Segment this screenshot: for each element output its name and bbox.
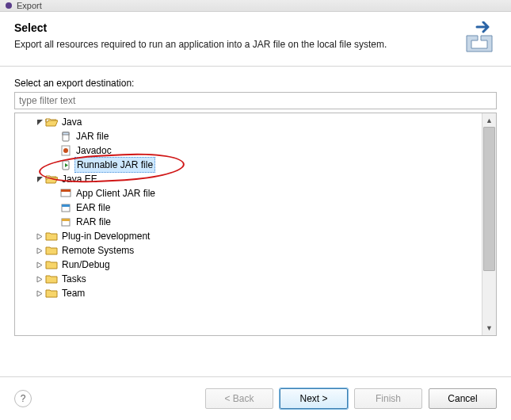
eclipse-icon <box>5 2 13 10</box>
cancel-button[interactable]: Cancel <box>429 388 497 409</box>
tree-item[interactable]: Run/Debug <box>15 258 482 272</box>
tree-item[interactable]: Java EE <box>15 172 482 186</box>
tree-item-label: App Client JAR file <box>74 186 157 200</box>
tree-item[interactable]: Runnable JAR file <box>15 158 482 172</box>
page-description: Export all resources required to run an … <box>14 39 454 50</box>
folder-icon <box>45 273 58 285</box>
svg-marker-15 <box>37 234 42 239</box>
back-button[interactable]: < Back <box>205 388 273 409</box>
tree-item[interactable]: Team <box>15 286 482 300</box>
svg-rect-10 <box>61 189 71 192</box>
scrollbar[interactable]: ▲ ▼ <box>482 113 496 335</box>
folder-icon <box>45 244 58 257</box>
tree-item[interactable]: EAR file <box>15 200 482 215</box>
expand-icon[interactable] <box>34 233 45 240</box>
scroll-up-icon[interactable]: ▲ <box>483 114 495 126</box>
tree-item[interactable]: Tasks <box>15 272 482 286</box>
finish-button[interactable]: Finish <box>354 388 422 409</box>
expand-icon[interactable] <box>34 276 45 283</box>
button-bar: ? < Back Next > Finish Cancel <box>0 376 511 420</box>
rar-icon <box>59 216 72 228</box>
tree-item[interactable]: Javadoc <box>15 143 482 158</box>
page-title: Select <box>14 21 454 34</box>
wizard-header: Select Export all resources required to … <box>0 12 511 67</box>
expand-icon[interactable] <box>34 262 45 269</box>
tree-item-label: Java <box>60 115 83 129</box>
help-button[interactable]: ? <box>14 390 32 407</box>
svg-marker-16 <box>37 248 42 254</box>
svg-rect-12 <box>62 204 70 207</box>
jar-icon <box>59 130 72 143</box>
tree-item[interactable]: JAR file <box>15 129 482 143</box>
expand-icon[interactable] <box>34 290 45 297</box>
tree-item[interactable]: Java <box>15 115 482 129</box>
tree-item-label: RAR file <box>74 215 112 229</box>
tree-item-label: Team <box>60 286 86 300</box>
svg-marker-17 <box>37 262 42 268</box>
tree-item-label: Tasks <box>60 272 88 286</box>
tree-item-label: Java EE <box>60 172 99 186</box>
destination-tree: JavaJAR fileJavadocRunnable JAR fileJava… <box>14 113 497 336</box>
folder-icon <box>45 287 58 300</box>
tree-item-label: Plug-in Development <box>60 229 151 243</box>
svg-rect-3 <box>63 132 69 135</box>
tree-item-label: Run/Debug <box>60 258 112 272</box>
wizard-body: Select an export destination: JavaJAR fi… <box>0 67 511 336</box>
export-dialog: Export Select Export all resources requi… <box>0 0 511 420</box>
tree-item[interactable]: Plug-in Development <box>15 229 482 243</box>
export-icon <box>462 21 497 56</box>
next-button[interactable]: Next > <box>280 388 348 409</box>
tree-item[interactable]: App Client JAR file <box>15 186 482 200</box>
folder-open-icon <box>45 173 58 185</box>
filter-input[interactable] <box>14 92 497 109</box>
destination-label: Select an export destination: <box>14 78 497 89</box>
folder-icon <box>45 230 58 242</box>
folder-icon <box>45 258 58 271</box>
tree-item[interactable]: Remote Systems <box>15 243 482 258</box>
svg-marker-18 <box>37 277 42 282</box>
collapse-icon[interactable] <box>34 119 45 126</box>
folder-open-icon <box>45 116 58 128</box>
svg-rect-14 <box>62 219 70 221</box>
svg-point-0 <box>6 2 12 9</box>
scroll-thumb[interactable] <box>483 127 495 271</box>
ear-icon <box>59 201 72 214</box>
tree-item-label: Runnable JAR file <box>74 157 155 173</box>
svg-marker-1 <box>37 120 43 125</box>
tree-item-label: Remote Systems <box>60 243 135 258</box>
tree-item-label: Javadoc <box>74 143 113 158</box>
app-client-icon <box>59 187 72 200</box>
tree-item-label: EAR file <box>74 200 112 215</box>
runnable-jar-icon <box>59 158 72 171</box>
collapse-icon[interactable] <box>34 176 45 183</box>
expand-icon[interactable] <box>34 247 45 254</box>
svg-marker-8 <box>37 177 43 182</box>
svg-marker-19 <box>37 291 42 296</box>
scroll-down-icon[interactable]: ▼ <box>483 322 495 334</box>
tree-item-label: JAR file <box>74 129 110 143</box>
window-title: Export <box>17 1 42 10</box>
javadoc-icon <box>59 144 72 157</box>
titlebar: Export <box>0 0 511 12</box>
svg-point-5 <box>63 148 68 153</box>
tree-item[interactable]: RAR file <box>15 215 482 229</box>
